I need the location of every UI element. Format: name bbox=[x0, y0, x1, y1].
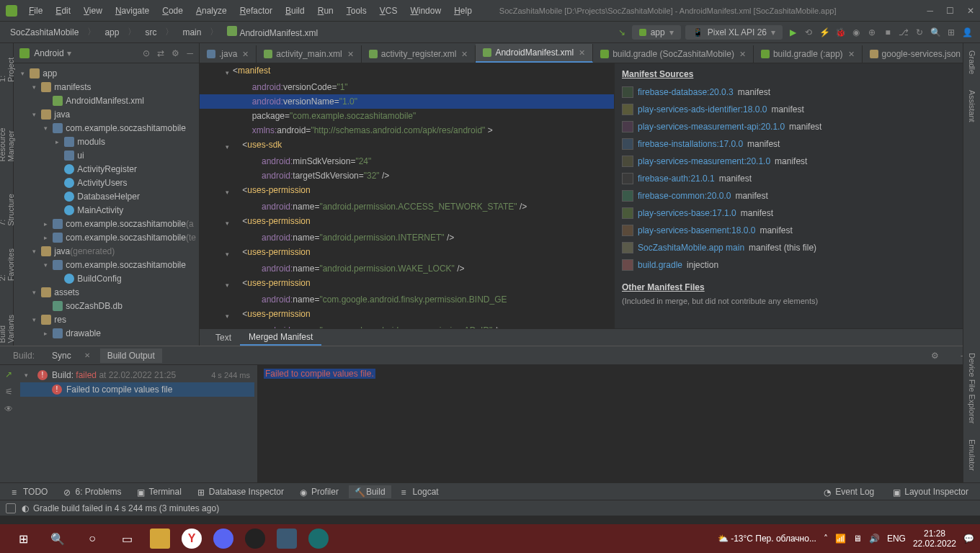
breadcrumb-item[interactable]: AndroidManifest.xml bbox=[224, 24, 321, 40]
editor-tab[interactable]: build.gradle (SocZashitaMobile)✕ bbox=[593, 45, 754, 63]
menu-file[interactable]: File bbox=[23, 3, 48, 19]
menu-vcs[interactable]: VCS bbox=[374, 3, 404, 19]
build-tree-item[interactable]: ▾!Build: failed at 22.02.2022 21:254 s 2… bbox=[20, 368, 254, 382]
tree-item[interactable]: ▾assets bbox=[14, 285, 199, 299]
tree-item[interactable]: DatabaseHelper bbox=[14, 189, 199, 203]
apply-code-icon[interactable]: ⚡ bbox=[819, 27, 830, 38]
task-view-icon[interactable]: ▭ bbox=[115, 527, 138, 550]
network-icon[interactable]: 🖥 bbox=[853, 534, 862, 544]
discord-icon[interactable] bbox=[213, 529, 233, 549]
tree-body[interactable]: ▾app▾manifestsAndroidManifest.xml▾java▾c… bbox=[14, 63, 199, 346]
bottom-tab-database-inspector[interactable]: ⊞Database Inspector bbox=[192, 485, 290, 498]
tree-item[interactable]: ▸drawable bbox=[14, 326, 199, 340]
maximize-button[interactable]: ☐ bbox=[946, 6, 954, 16]
attach-icon[interactable]: ⊕ bbox=[866, 27, 878, 38]
bottom-tab-build[interactable]: 🔨Build bbox=[349, 485, 391, 498]
yandex-icon[interactable]: Y bbox=[182, 529, 202, 549]
tree-item[interactable]: ui bbox=[14, 148, 199, 162]
tree-item[interactable]: AndroidManifest.xml bbox=[14, 94, 199, 107]
manifest-source-row[interactable]: play-services-measurement:20.1.0 manifes… bbox=[622, 153, 973, 170]
close-tab-icon[interactable]: ✕ bbox=[461, 50, 468, 59]
menu-navigate[interactable]: Navigate bbox=[110, 3, 155, 19]
close-button[interactable]: ✕ bbox=[967, 6, 974, 16]
manifest-source-row[interactable]: firebase-auth:21.0.1 manifest bbox=[622, 170, 973, 187]
tree-item[interactable]: ▾java bbox=[14, 107, 199, 121]
search-icon[interactable]: 🔍 bbox=[930, 27, 941, 38]
build-output-tab[interactable]: Build Output bbox=[100, 349, 162, 363]
menu-view[interactable]: View bbox=[78, 3, 108, 19]
weather-widget[interactable]: ⛅ -13°C Пер. облачно... bbox=[718, 534, 816, 544]
battery-icon[interactable]: 📶 bbox=[835, 534, 846, 544]
menu-run[interactable]: Run bbox=[312, 3, 339, 19]
menu-code[interactable]: Code bbox=[156, 3, 189, 19]
tree-item[interactable]: ▸com.example.soczashitamobile (a bbox=[14, 217, 199, 230]
manifest-source-row[interactable]: play-services-basement:18.0.0 manifest bbox=[622, 222, 973, 239]
settings-icon[interactable]: ⊞ bbox=[945, 27, 957, 38]
tree-item[interactable]: ▾manifests bbox=[14, 80, 199, 94]
tree-item[interactable]: ▾app bbox=[14, 66, 199, 80]
search-button[interactable]: 🔍 bbox=[46, 527, 69, 550]
manifest-source-row[interactable]: play-services-ads-identifier:18.0.0 mani… bbox=[622, 101, 973, 118]
sync-tab[interactable]: Sync bbox=[45, 349, 79, 363]
filter-icon[interactable]: ⚟ bbox=[5, 387, 13, 397]
tree-item[interactable]: ▾com.example.soczashitamobile bbox=[14, 258, 199, 271]
rerun-icon[interactable]: ↗ bbox=[5, 369, 12, 379]
manifest-source-row[interactable]: firebase-common:20.0.0 manifest bbox=[622, 187, 973, 204]
build-tree-item[interactable]: !Failed to compile values file bbox=[20, 382, 254, 397]
bottom-tab-6-problems[interactable]: ⊘6: Problems bbox=[58, 485, 127, 498]
app-icon-2[interactable] bbox=[308, 529, 329, 549]
manifest-source-row[interactable]: firebase-database:20.0.3 manifest bbox=[622, 84, 973, 101]
tray-chevron-icon[interactable]: ˄ bbox=[824, 534, 828, 544]
bottom-tab-layout-inspector[interactable]: ▣Layout Inspector bbox=[887, 485, 974, 498]
bottom-tab-logcat[interactable]: ≡Logcat bbox=[396, 485, 445, 498]
manifest-source-row[interactable]: SocZashitaMobile.app main manifest (this… bbox=[622, 239, 973, 256]
status-icon[interactable] bbox=[6, 503, 16, 513]
build-tree[interactable]: ▾!Build: failed at 22.02.2022 21:254 s 2… bbox=[17, 365, 258, 482]
bottom-tab-event-log[interactable]: ◔Event Log bbox=[818, 485, 880, 498]
menu-build[interactable]: Build bbox=[280, 3, 311, 19]
start-button[interactable]: ⊞ bbox=[12, 527, 35, 550]
tree-item[interactable]: socZashDB.db bbox=[14, 299, 199, 313]
breadcrumb-item[interactable]: app bbox=[102, 26, 122, 39]
scroll-from-source-icon[interactable]: ⊙ bbox=[143, 48, 150, 58]
avatar-icon[interactable]: 👤 bbox=[961, 27, 973, 38]
update-icon[interactable]: ↻ bbox=[914, 27, 925, 38]
project-tool-button[interactable]: 1: Project bbox=[0, 48, 15, 85]
cortana-icon[interactable]: ○ bbox=[81, 527, 104, 550]
bottom-tab-terminal[interactable]: ▣Terminal bbox=[131, 485, 187, 498]
build-variants-button[interactable]: Build Variants bbox=[0, 295, 15, 346]
menu-help[interactable]: Help bbox=[448, 3, 478, 19]
bottom-tab-todo[interactable]: ≡TODO bbox=[6, 485, 53, 498]
tree-item[interactable]: BuildConfig bbox=[14, 271, 199, 285]
debug-button[interactable]: 🐞 bbox=[834, 27, 846, 38]
hide-tree-icon[interactable]: ─ bbox=[187, 48, 193, 58]
manifest-source-row[interactable]: play-services-base:17.1.0 manifest bbox=[622, 204, 973, 222]
minimize-button[interactable]: ─ bbox=[927, 6, 933, 16]
assistant-tool-button[interactable]: Assistant bbox=[968, 87, 976, 125]
tree-item[interactable]: ▾res bbox=[14, 313, 199, 326]
editor-tab[interactable]: activity_register.xml✕ bbox=[362, 45, 476, 63]
editor-tab[interactable]: .java✕ bbox=[200, 45, 257, 63]
explorer-icon[interactable] bbox=[150, 529, 170, 549]
run-button[interactable]: ▶ bbox=[787, 27, 798, 38]
tree-item[interactable]: ▾java (generated) bbox=[14, 244, 199, 258]
gradle-tool-button[interactable]: Gradle bbox=[968, 48, 976, 77]
close-tab-icon[interactable]: ✕ bbox=[242, 50, 249, 59]
editor-tab[interactable]: build.gradle (:app)✕ bbox=[754, 45, 863, 63]
manifest-source-row[interactable]: build.gradle injection bbox=[622, 256, 973, 274]
volume-icon[interactable]: 🔊 bbox=[869, 534, 880, 544]
merged-manifest-tab[interactable]: Merged Manifest bbox=[240, 330, 321, 346]
text-tab[interactable]: Text bbox=[207, 331, 240, 345]
run-config-selector[interactable]: app▾ bbox=[632, 25, 681, 40]
sync-icon[interactable]: ↘ bbox=[616, 27, 628, 38]
menu-tools[interactable]: Tools bbox=[341, 3, 373, 19]
expand-all-icon[interactable]: ⇄ bbox=[157, 48, 164, 58]
tree-settings-icon[interactable]: ⚙ bbox=[172, 48, 179, 58]
clock[interactable]: 21:28 22.02.2022 bbox=[913, 529, 956, 549]
bottom-tab-profiler[interactable]: ◉Profiler bbox=[294, 485, 344, 498]
code-editor[interactable]: ▾<manifest android:versionCode="1" andro… bbox=[200, 63, 614, 328]
tree-mode-selector[interactable]: Android bbox=[34, 48, 63, 58]
build-output[interactable]: Failed to compile values file. bbox=[258, 365, 980, 482]
breadcrumb-item[interactable]: main bbox=[179, 26, 204, 39]
device-selector[interactable]: 📱Pixel XL API 26▾ bbox=[685, 25, 783, 40]
